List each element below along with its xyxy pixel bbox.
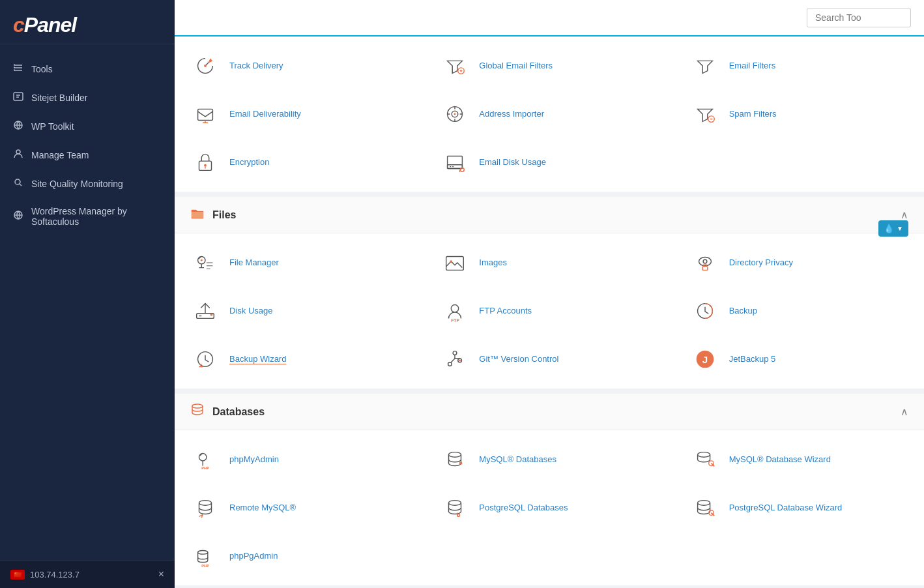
mysql-database-wizard-icon <box>690 445 720 475</box>
ip-address: 103.74.123.7 <box>30 570 153 580</box>
git-version-control-item[interactable]: Git™ Version Control <box>424 335 674 383</box>
main-content: Track Delivery Global Email Filters <box>175 0 924 588</box>
git-version-control-icon <box>440 344 470 374</box>
global-email-filters-label: Global Email Filters <box>479 61 553 72</box>
remote-mysql-label: Remote MySQL® <box>229 503 296 514</box>
files-section-header[interactable]: Files ∧ <box>175 197 924 233</box>
databases-collapse-icon[interactable]: ∧ <box>901 405 908 418</box>
backup-item[interactable]: Backup <box>674 287 924 335</box>
ftp-accounts-icon: FTP <box>440 296 470 326</box>
flag-icon: 🇨🇳 <box>10 570 25 580</box>
backup-wizard-item[interactable]: Backup Wizard <box>175 335 424 383</box>
close-icon[interactable]: × <box>158 568 164 580</box>
sidebar-item-manageteam[interactable]: Manage Team <box>0 141 175 169</box>
svg-text:PHP: PHP <box>201 564 209 568</box>
jetbackup-icon: J <box>690 344 720 374</box>
remote-mysql-item[interactable]: Remote MySQL® <box>175 484 424 532</box>
email-deliverability-icon <box>190 99 220 129</box>
track-delivery-item[interactable]: Track Delivery <box>175 42 424 90</box>
spam-filters-item[interactable]: Spam Filters <box>674 90 924 138</box>
jetbackup-item[interactable]: J JetBackup 5 <box>674 335 924 383</box>
postgresql-databases-item[interactable]: PostgreSQL Databases <box>424 484 674 532</box>
remote-mysql-icon <box>190 493 220 523</box>
mysql-database-wizard-label: MySQL® Database Wizard <box>729 454 831 465</box>
email-section: Track Delivery Global Email Filters <box>175 37 924 192</box>
tools-icon <box>13 63 23 76</box>
file-manager-item[interactable]: File Manager <box>175 239 424 287</box>
phppgadmin-item[interactable]: PHP phpPgAdmin <box>175 532 424 580</box>
email-filters-icon <box>690 51 720 81</box>
email-disk-usage-item[interactable]: Email Disk Usage <box>424 138 674 186</box>
encryption-item[interactable]: Encryption <box>175 138 424 186</box>
databases-section: Databases ∧ PHP phpMyAdmin <box>175 394 924 585</box>
sidebar-item-tools[interactable]: Tools <box>0 55 175 83</box>
global-email-filters-icon <box>440 51 470 81</box>
images-label: Images <box>479 257 507 269</box>
address-importer-label: Address Importer <box>479 109 544 120</box>
file-manager-icon <box>190 248 220 278</box>
water-droplet-icon: 💧 <box>884 224 894 233</box>
sidebar-item-wpmanager[interactable]: WordPress Manager by Softaculous <box>0 198 175 235</box>
backup-label: Backup <box>729 306 757 317</box>
svg-rect-18 <box>448 165 463 169</box>
theme-dropdown-button[interactable]: 💧 ▼ <box>878 220 908 237</box>
svg-point-21 <box>201 259 203 261</box>
databases-section-header-left: Databases <box>190 403 265 420</box>
global-email-filters-item[interactable]: Global Email Filters <box>424 42 674 90</box>
content-area: Track Delivery Global Email Filters <box>175 37 924 588</box>
email-items-grid: Track Delivery Global Email Filters <box>175 37 924 192</box>
phpmyadmin-item[interactable]: PHP phpMyAdmin <box>175 435 424 484</box>
svg-point-29 <box>452 305 459 312</box>
directory-privacy-item[interactable]: Directory Privacy <box>674 239 924 287</box>
backup-wizard-icon <box>190 344 220 374</box>
email-deliverability-item[interactable]: Email Deliverability <box>175 90 424 138</box>
sidebar-logo: cPanel <box>0 0 175 44</box>
phpmyadmin-icon: PHP <box>190 445 220 475</box>
svg-point-6 <box>15 179 20 184</box>
postgresql-database-wizard-item[interactable]: PostgreSQL Database Wizard <box>674 484 924 532</box>
phpmyadmin-label: phpMyAdmin <box>229 454 279 465</box>
svg-rect-3 <box>14 93 23 100</box>
sitequality-icon <box>13 177 23 190</box>
svg-point-13 <box>454 113 456 115</box>
postgresql-database-wizard-label: PostgreSQL Database Wizard <box>729 503 843 514</box>
svg-point-49 <box>697 501 710 506</box>
dropdown-arrow-icon: ▼ <box>897 225 903 232</box>
sidebar-item-wptoolkit[interactable]: WP Toolkit <box>0 112 175 141</box>
svg-rect-2 <box>14 70 15 71</box>
search-input[interactable] <box>807 8 911 27</box>
svg-point-23 <box>450 260 453 263</box>
databases-items-grid: PHP phpMyAdmin <box>175 430 924 585</box>
postgresql-databases-icon <box>440 493 470 523</box>
svg-point-36 <box>459 359 461 361</box>
wpmanager-icon <box>13 210 23 223</box>
sidebar: cPanel Tools Sitejet Builder <box>0 0 175 588</box>
spam-filters-icon <box>690 99 720 129</box>
email-disk-usage-label: Email Disk Usage <box>479 157 546 168</box>
sidebar-item-sitejet[interactable]: Sitejet Builder <box>0 83 175 112</box>
mysql-database-wizard-item[interactable]: MySQL® Database Wizard <box>674 435 924 484</box>
email-filters-item[interactable]: Email Filters <box>674 42 924 90</box>
disk-usage-label: Disk Usage <box>229 306 272 317</box>
directory-privacy-label: Directory Privacy <box>729 257 793 269</box>
images-item[interactable]: Images <box>424 239 674 287</box>
databases-section-header[interactable]: Databases ∧ <box>175 394 924 430</box>
sidebar-bottom: 🇨🇳 103.74.123.7 × <box>0 560 175 588</box>
sidebar-item-tools-label: Tools <box>31 64 53 74</box>
files-section: Files ∧ 💧 ▼ <box>175 197 924 389</box>
spam-filters-label: Spam Filters <box>729 109 777 120</box>
svg-point-25 <box>703 259 707 263</box>
sidebar-nav: Tools Sitejet Builder WP Toolkit <box>0 44 175 560</box>
ftp-accounts-item[interactable]: FTP FTP Accounts <box>424 287 674 335</box>
disk-usage-item[interactable]: Disk Usage <box>175 287 424 335</box>
files-section-header-left: Files <box>190 206 236 224</box>
address-importer-item[interactable]: Address Importer <box>424 90 674 138</box>
mysql-databases-label: MySQL® Databases <box>479 454 556 465</box>
svg-point-51 <box>198 550 208 554</box>
svg-point-42 <box>449 452 461 458</box>
mysql-databases-item[interactable]: MySQL® Databases <box>424 435 674 484</box>
backup-wizard-label: Backup Wizard <box>229 354 286 365</box>
sidebar-item-sitequality[interactable]: Site Quality Monitoring <box>0 169 175 198</box>
svg-point-16 <box>204 164 207 167</box>
files-collapse-icon[interactable]: ∧ <box>901 209 908 221</box>
